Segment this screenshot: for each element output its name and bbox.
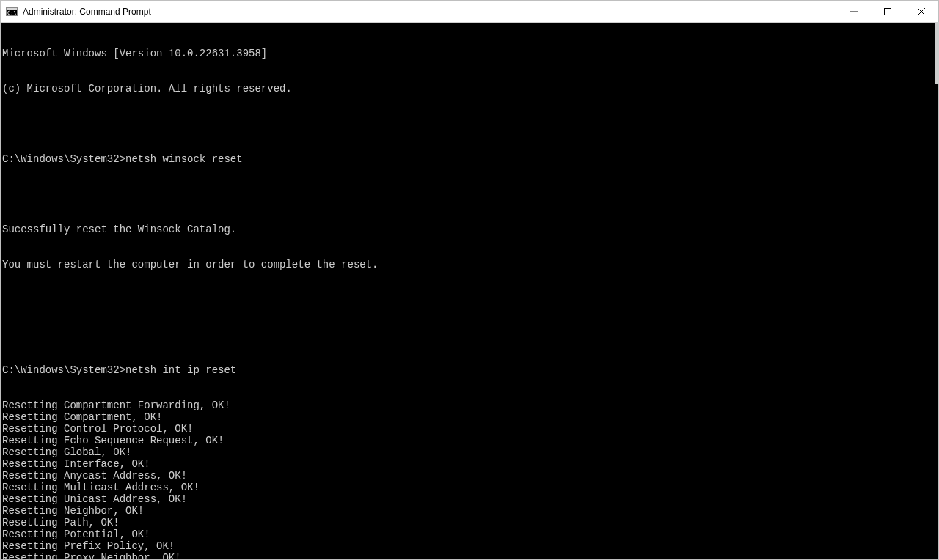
terminal-line: Resetting Potential, OK! [2, 528, 938, 540]
terminal-line: Resetting Unicast Address, OK! [2, 493, 938, 505]
terminal-blank [2, 118, 938, 130]
terminal-line: Resetting Global, OK! [2, 446, 938, 458]
terminal-line: (c) Microsoft Corporation. All rights re… [2, 83, 938, 95]
terminal-line: Microsoft Windows [Version 10.0.22631.39… [2, 48, 938, 59]
prompt-path: C:\Windows\System32> [2, 364, 125, 376]
prompt-command: netsh winsock reset [125, 153, 243, 165]
terminal-line: Resetting Prefix Policy, OK! [2, 540, 938, 552]
terminal-line: Resetting Echo Sequence Request, OK! [2, 435, 938, 446]
maximize-button[interactable] [871, 1, 905, 23]
prompt-command: netsh int ip reset [125, 364, 236, 376]
terminal-line: Resetting Interface, OK! [2, 458, 938, 470]
terminal-line: Resetting Proxy Neighbor, OK! [2, 552, 938, 559]
minimize-button[interactable] [837, 1, 871, 23]
titlebar[interactable]: C:\ Administrator: Command Prompt [1, 1, 938, 23]
terminal-line: Resetting Anycast Address, OK! [2, 470, 938, 482]
window-title: Administrator: Command Prompt [23, 7, 151, 17]
terminal-blank [2, 329, 938, 341]
terminal-line: Resetting Compartment, OK! [2, 411, 938, 423]
terminal-line: Resetting Neighbor, OK! [2, 505, 938, 517]
svg-rect-4 [885, 8, 891, 15]
terminal-line: Resetting Compartment Forwarding, OK! [2, 399, 938, 411]
terminal-line: Resetting Path, OK! [2, 517, 938, 528]
terminal-line: Sucessfully reset the Winsock Catalog. [2, 224, 938, 235]
terminal-line: Resetting Control Protocol, OK! [2, 423, 938, 435]
terminal-line: Resetting Multicast Address, OK! [2, 482, 938, 493]
scrollbar-thumb[interactable] [935, 22, 939, 84]
cmd-app-icon: C:\ [6, 6, 18, 18]
terminal-line: You must restart the computer in order t… [2, 259, 938, 270]
terminal-area[interactable]: Microsoft Windows [Version 10.0.22631.39… [1, 23, 938, 559]
terminal-prompt-line: C:\Windows\System32>netsh int ip reset [2, 364, 938, 376]
close-button[interactable] [905, 1, 938, 23]
prompt-path: C:\Windows\System32> [2, 153, 125, 165]
terminal-prompt-line: C:\Windows\System32>netsh winsock reset [2, 153, 938, 165]
cmd-window: C:\ Administrator: Command Prompt Micros… [0, 0, 939, 560]
terminal-blank [2, 294, 938, 306]
terminal-output-block: Resetting Compartment Forwarding, OK!Res… [2, 399, 938, 559]
svg-text:C:\: C:\ [7, 10, 17, 16]
terminal-blank [2, 188, 938, 200]
